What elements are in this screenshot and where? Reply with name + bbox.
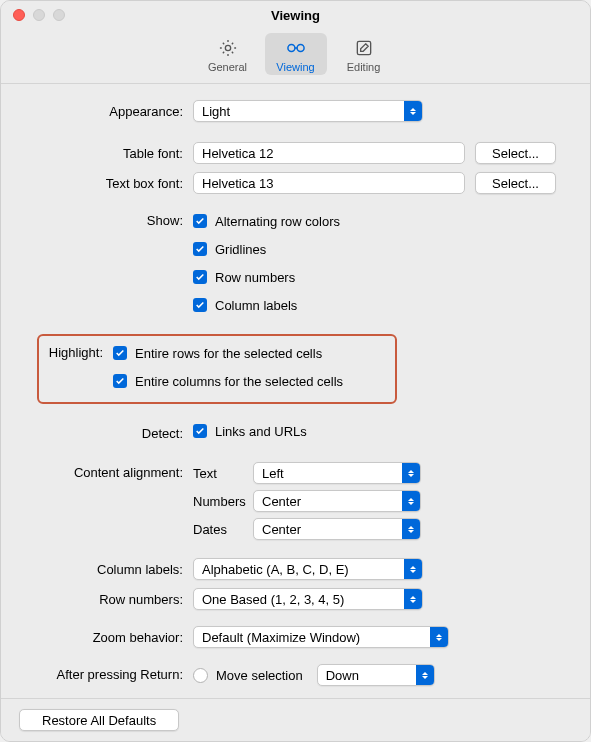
table-font-label: Table font: [23,146,193,161]
gear-icon [199,37,257,59]
check-alt-row-colors[interactable] [193,214,207,228]
check-highlight-rows[interactable] [113,346,127,360]
textbox-font-field[interactable]: Helvetica 13 [193,172,465,194]
tab-editing-label: Editing [335,61,393,73]
preferences-window: Viewing General Viewing [0,0,591,742]
check-column-labels-label: Column labels [215,298,297,313]
highlight-label: Highlight: [43,342,113,360]
content-alignment-label: Content alignment: [23,462,193,480]
restore-defaults-button[interactable]: Restore All Defaults [19,709,179,731]
zoom-behavior-label: Zoom behavior: [23,630,193,645]
check-highlight-cols-label: Entire columns for the selected cells [135,374,343,389]
textbox-font-value: Helvetica 13 [202,176,274,191]
svg-rect-3 [357,41,370,54]
titlebar: Viewing [1,1,590,29]
after-return-label: After pressing Return: [23,664,193,682]
check-row-numbers-label: Row numbers [215,270,295,285]
check-row-numbers[interactable] [193,270,207,284]
radio-move-selection[interactable] [193,668,208,683]
table-font-value: Helvetica 12 [202,146,274,161]
alignment-dates-label: Dates [193,522,253,537]
window-title: Viewing [1,8,590,23]
tab-viewing-label: Viewing [267,61,325,73]
alignment-text-label: Text [193,466,253,481]
radio-move-selection-label: Move selection [216,668,303,683]
dropdown-stepper-icon [402,491,420,511]
alignment-dates-value: Center [262,522,301,537]
check-alt-row-colors-label: Alternating row colors [215,214,340,229]
alignment-dates-select[interactable]: Center [253,518,421,540]
appearance-value: Light [202,104,230,119]
move-direction-value: Down [326,668,359,683]
tab-general[interactable]: General [197,33,259,75]
table-font-select-button[interactable]: Select... [475,142,556,164]
column-labels-select[interactable]: Alphabetic (A, B, C, D, E) [193,558,423,580]
content-area: Appearance: Light Table font: Helvetica … [1,84,590,698]
svg-point-0 [225,45,230,50]
alignment-numbers-value: Center [262,494,301,509]
alignment-text-value: Left [262,466,284,481]
toolbar: General Viewing Editing [1,29,590,84]
alignment-numbers-select[interactable]: Center [253,490,421,512]
glasses-icon [267,37,325,59]
zoom-behavior-value: Default (Maximize Window) [202,630,360,645]
dropdown-stepper-icon [430,627,448,647]
check-links[interactable] [193,424,207,438]
row-numbers-select[interactable]: One Based (1, 2, 3, 4, 5) [193,588,423,610]
check-column-labels[interactable] [193,298,207,312]
alignment-text-select[interactable]: Left [253,462,421,484]
detect-label: Detect: [23,426,193,441]
table-font-field[interactable]: Helvetica 12 [193,142,465,164]
footer: Restore All Defaults [1,698,590,741]
move-direction-select[interactable]: Down [317,664,435,686]
check-gridlines-label: Gridlines [215,242,266,257]
dropdown-stepper-icon [402,519,420,539]
dropdown-stepper-icon [404,101,422,121]
appearance-select[interactable]: Light [193,100,423,122]
svg-point-2 [297,45,304,52]
row-numbers-label: Row numbers: [23,592,193,607]
column-labels-value: Alphabetic (A, B, C, D, E) [202,562,349,577]
svg-point-1 [287,45,294,52]
check-highlight-cols[interactable] [113,374,127,388]
column-labels-label: Column labels: [23,562,193,577]
textbox-font-select-button[interactable]: Select... [475,172,556,194]
dropdown-stepper-icon [404,589,422,609]
dropdown-stepper-icon [402,463,420,483]
alignment-numbers-label: Numbers [193,494,253,509]
textbox-font-label: Text box font: [23,176,193,191]
dropdown-stepper-icon [404,559,422,579]
check-gridlines[interactable] [193,242,207,256]
row-numbers-value: One Based (1, 2, 3, 4, 5) [202,592,344,607]
show-label: Show: [23,210,193,228]
check-links-label: Links and URLs [215,424,307,439]
tab-general-label: General [199,61,257,73]
appearance-label: Appearance: [23,104,193,119]
zoom-behavior-select[interactable]: Default (Maximize Window) [193,626,449,648]
tab-viewing[interactable]: Viewing [265,33,327,75]
edit-icon [335,37,393,59]
tab-editing[interactable]: Editing [333,33,395,75]
check-highlight-rows-label: Entire rows for the selected cells [135,346,322,361]
dropdown-stepper-icon [416,665,434,685]
highlight-annotation-box: Highlight: Entire rows for the selected … [37,334,397,404]
